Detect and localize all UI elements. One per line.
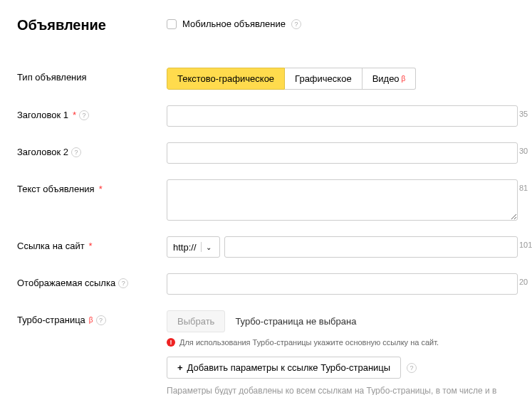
protocol-select[interactable]: http:// ⌄ (167, 236, 220, 258)
display-link-input[interactable] (167, 273, 518, 295)
help-icon[interactable]: ? (71, 147, 81, 157)
site-link-input[interactable] (224, 236, 518, 258)
headline2-counter: 30 (519, 147, 532, 155)
mobile-ad-label: Мобильное объявление (182, 19, 286, 29)
site-link-label: Ссылка на сайт (17, 241, 85, 251)
ad-type-segmented: Текстово-графическое Графическое Видеоβ (167, 68, 518, 90)
turbo-select-button: Выбрать (167, 310, 225, 332)
ad-type-label: Тип объявления (17, 72, 87, 83)
ad-text-counter: 81 (519, 184, 532, 192)
headline2-input[interactable] (167, 142, 518, 164)
turbo-error-text: Для использования Турбо-страницы укажите… (179, 338, 439, 347)
page-title: Объявление (17, 17, 106, 33)
required-mark: * (73, 110, 76, 120)
error-icon: ! (167, 338, 175, 347)
turbo-label: Турбо-страница (17, 315, 85, 325)
display-link-label: Отображаемая ссылка (17, 278, 115, 288)
divider (201, 242, 202, 252)
add-turbo-params-button[interactable]: + Добавить параметры к ссылке Турбо-стра… (167, 357, 401, 379)
mobile-ad-checkbox[interactable] (167, 19, 177, 29)
headline1-input[interactable] (167, 105, 518, 127)
beta-badge: β (402, 75, 406, 83)
ad-type-graphic[interactable]: Графическое (285, 68, 363, 90)
ad-text-textarea[interactable] (167, 179, 518, 221)
turbo-status: Турбо-страница не выбрана (235, 316, 356, 327)
headline2-label: Заголовок 2 (17, 147, 68, 157)
help-icon[interactable]: ? (118, 278, 128, 288)
turbo-note: Параметры будут добавлены ко всем ссылка… (167, 384, 518, 395)
chevron-down-icon: ⌄ (206, 243, 212, 251)
required-mark: * (89, 241, 93, 251)
help-icon[interactable]: ? (407, 363, 417, 373)
headline1-counter: 35 (519, 110, 532, 118)
help-icon[interactable]: ? (96, 315, 106, 325)
site-link-counter: 1017 (519, 241, 532, 249)
ad-type-text-graphic[interactable]: Текстово-графическое (167, 68, 285, 90)
help-icon[interactable]: ? (291, 19, 301, 29)
ad-text-label: Текст объявления (17, 184, 95, 194)
plus-icon: + (177, 362, 183, 373)
help-icon[interactable]: ? (79, 110, 89, 120)
beta-badge: β (89, 316, 93, 324)
display-link-counter: 20 (519, 278, 532, 286)
headline1-label: Заголовок 1 (17, 110, 68, 120)
ad-type-video[interactable]: Видеоβ (363, 68, 417, 90)
required-mark: * (99, 184, 103, 194)
